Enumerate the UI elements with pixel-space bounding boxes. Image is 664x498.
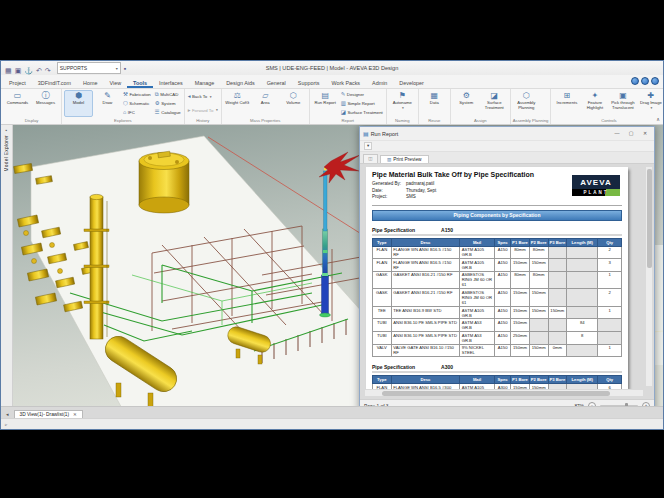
style-icon[interactable] [641, 77, 649, 85]
ribbon-button-messages[interactable]: ⓘMessages [32, 90, 59, 117]
ribbon-button-drag-image[interactable]: ✚Drag Image▾ [637, 90, 663, 117]
ribbon-button-system[interactable]: ⚙System [154, 99, 182, 108]
close-icon[interactable]: ✕ [73, 412, 77, 417]
tab-3d-view[interactable]: 3D View(1)- Drawlist(1) ✕ [14, 410, 83, 418]
ribbon-tab-3dfindit-com[interactable]: 3DFindIT.com [32, 78, 77, 88]
ribbon-tab-tools[interactable]: Tools [127, 78, 153, 88]
ribbon-button-volume[interactable]: ⬡Volume [280, 90, 307, 117]
report-design-tab[interactable]: ◫ [363, 154, 378, 163]
horizontal-scrollbar[interactable] [364, 389, 644, 397]
surface-treatment-icon: ◪ [341, 110, 346, 116]
redo-icon[interactable]: ↷ [45, 67, 51, 74]
table-cell: 150mm [511, 319, 530, 332]
ribbon-group-label: Assign [453, 117, 508, 124]
table-row: TUBIANSI B36.10 PE SMLS PIPE STDASTM A53… [373, 332, 622, 345]
ribbon-tab-project[interactable]: Project [3, 78, 32, 88]
ribbon-tab-view[interactable]: View [103, 78, 127, 88]
simple-report-icon: ▥ [341, 101, 346, 107]
vertical-scrollbar[interactable] [645, 166, 653, 387]
ribbon-button-area[interactable]: ▱Area [252, 90, 279, 117]
ribbon-tab-supports[interactable]: Supports [292, 78, 326, 88]
scrollbar-thumb[interactable] [382, 391, 610, 396]
ribbon-tab-interfaces[interactable]: Interfaces [153, 78, 189, 88]
help-icon[interactable] [631, 77, 639, 85]
ribbon-button-multicad[interactable]: ⧉MultiCAD [154, 90, 182, 99]
undo-icon[interactable]: ↶ [36, 67, 42, 74]
ribbon-tab-work-packs[interactable]: Work Packs [325, 78, 366, 88]
screenshot-stage: ▦▣⚓↶↷ SUPPORTS ▾ ▪ SMS | UDE-ENG-FEED | … [0, 0, 664, 498]
close-icon[interactable]: ✕ [639, 129, 651, 138]
tab-print-preview[interactable]: ▥ Print Preview [380, 155, 429, 163]
ribbon-group-label: Display [4, 117, 59, 124]
zoom-out-icon[interactable]: − [588, 402, 596, 406]
chevron-left-icon[interactable]: ◂ [4, 411, 11, 418]
report-banner: Piping Components by Specification [372, 210, 622, 221]
divider [372, 205, 622, 206]
ribbon-button-draw[interactable]: ✎Draw [94, 90, 121, 117]
ribbon-tab-manage[interactable]: Manage [189, 78, 220, 88]
ribbon-button-simple-report[interactable]: ▥Simple Report [340, 99, 384, 108]
app-grid-icon[interactable]: ▦ [5, 67, 12, 74]
table-cell [567, 259, 598, 272]
ribbon-button-back-to[interactable]: ◂Back To▾ [187, 90, 219, 104]
table-cell [548, 259, 567, 272]
table-cell: 250mm [511, 332, 530, 345]
model-explorer-strip[interactable]: ▪ Model Explorer [1, 125, 13, 406]
options-icon[interactable] [651, 77, 659, 85]
report-window-icon: ▤ [363, 131, 369, 137]
table-row: GASKGASKET ANSI B16.21 #150 RFASBESTOS R… [373, 289, 622, 307]
link-icon[interactable]: ⚓ [24, 67, 33, 74]
ribbon-button-surface-treatment[interactable]: ◪Surface Treatment [340, 108, 384, 117]
ribbon-group-display: ▭CommandsⓘMessagesDisplay [2, 89, 62, 124]
maximize-icon[interactable]: ▢ [625, 129, 637, 138]
scrollbar-thumb[interactable] [647, 169, 652, 268]
pipe-spec-value: A300 [441, 364, 453, 370]
collapse-ribbon-icon[interactable]: ∧ [656, 116, 660, 122]
ribbon-button-run-report[interactable]: ▤Run Report [312, 90, 339, 117]
ribbon-group-label: Report [312, 117, 384, 124]
ribbon-button-system[interactable]: ⚙System [453, 90, 480, 117]
pin-icon[interactable]: ▪ [124, 65, 126, 72]
ribbon-button-forward-to[interactable]: ▸Forward To▾ [187, 104, 219, 118]
table-cell: 150mm [511, 344, 530, 357]
ribbon-button-surface-treatment[interactable]: ◪Surface Treatment [481, 90, 508, 117]
ribbon-button-pick-through-translucent[interactable]: ▣Pick through Translucent [609, 90, 636, 117]
save-icon[interactable]: ▣ [15, 67, 22, 74]
print-preview-area[interactable]: Pipe Material Bulk Take Off by Pipe Spec… [360, 164, 654, 399]
table-cell: GASK [373, 271, 392, 289]
ribbon-button-increments[interactable]: ⊞Increments [553, 90, 580, 117]
zoom-slider-thumb[interactable] [625, 403, 628, 406]
ribbon-tab-design-aids[interactable]: Design Aids [220, 78, 260, 88]
table-cell: A150 [495, 332, 511, 345]
print-preview-label: Print Preview [393, 157, 421, 162]
minimize-icon[interactable]: — [611, 129, 623, 138]
ribbon-button-fabrication[interactable]: ⚒Fabrication [122, 90, 152, 99]
ribbon-button-feature-highlight[interactable]: ✦Feature Highlight [581, 90, 608, 117]
ribbon-button-catalogue[interactable]: ☰Catalogue [154, 108, 182, 117]
dialog-titlebar[interactable]: ▤ Run Report — ▢ ✕ [360, 127, 654, 141]
aveva-logo-text: AVEVA [572, 175, 620, 189]
supports-combobox-value: SUPPORTS [60, 65, 87, 71]
ribbon-tab-home[interactable]: Home [77, 78, 103, 88]
bom-table-a150: TypeDescMatlSpecP1 BoreP2 BoreP3 BoreLen… [372, 238, 622, 358]
column-header: Type [373, 238, 392, 246]
table-header-row: TypeDescMatlSpecP1 BoreP2 BoreP3 BoreLen… [373, 238, 622, 246]
ribbon-button-model[interactable]: ⬢Model [64, 90, 93, 117]
supports-style-combobox[interactable]: SUPPORTS ▾ [57, 62, 121, 74]
ribbon-button-data[interactable]: ▦Data [421, 90, 448, 117]
table-row: FLANFLANGE WN ANSI B16.5 #150 RFASTM A10… [373, 259, 622, 272]
ribbon-tab-admin[interactable]: Admin [366, 78, 393, 88]
zoom-in-icon[interactable]: + [642, 402, 650, 406]
table-cell: A150 [495, 319, 511, 332]
ribbon-button-commands[interactable]: ▭Commands [4, 90, 31, 117]
ribbon-button-assembly-planning[interactable]: ⬡Assembly Planning [513, 90, 540, 117]
ribbon-button-weight-cofg[interactable]: ⚖Weight CofG [224, 90, 251, 117]
ribbon-tab-general[interactable]: General [261, 78, 292, 88]
ribbon-button-ifc[interactable]: ⌂IFC [122, 108, 152, 117]
zoom-slider[interactable] [600, 405, 638, 406]
ribbon-button-designer[interactable]: ✎Designer [340, 90, 384, 99]
ribbon-button-schematic[interactable]: ⬡Schematic [122, 99, 152, 108]
ribbon-button-autoname[interactable]: ⚑Autoname▾ [389, 90, 416, 117]
ribbon-tab-developer[interactable]: Developer [393, 78, 430, 88]
dropdown-arrow-icon[interactable]: ▾ [364, 142, 372, 150]
